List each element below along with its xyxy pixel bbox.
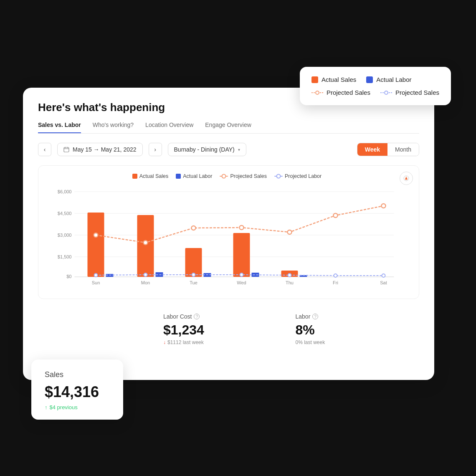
svg-point-1 [316, 91, 319, 94]
legend-card: Actual Sales Actual Labor Projected Sale… [300, 67, 451, 105]
legend-projected-sales-orange: Projected Sales [311, 89, 370, 96]
week-button[interactable]: Week [357, 143, 387, 156]
labor-cost-sub: ↓ $1112 last week [163, 339, 279, 345]
download-button[interactable] [400, 172, 413, 185]
bar-sun-actual-sales [88, 213, 104, 277]
stats-row: Labor Cost ? $1,234 ↓ $1112 last week La… [38, 307, 419, 351]
chart-actual-sales-label: Actual Sales [139, 173, 168, 179]
svg-text:Fri: Fri [333, 280, 338, 285]
chevron-down-icon: ▾ [238, 147, 240, 152]
tab-engage-overview[interactable]: Engage Overview [205, 122, 251, 133]
dot-sat-projected [382, 204, 386, 208]
bar-wed-actual-sales [233, 233, 250, 277]
dot-mon-projected [144, 241, 148, 245]
period-toggle: Week Month [357, 143, 419, 156]
legend-row-1: Actual Sales Actual Labor [311, 76, 439, 83]
labor-sub: 0% last week [296, 339, 411, 345]
svg-text:$3,000: $3,000 [58, 233, 72, 238]
labor-label: Labor ? [296, 313, 411, 320]
dot-mon-labor [144, 273, 147, 276]
dot-tue-projected [192, 226, 196, 230]
svg-text:Thu: Thu [286, 280, 294, 285]
actual-labor-label: Actual Labor [376, 76, 411, 83]
projected-labor-label: Projected Sales [395, 89, 439, 96]
calendar-icon [63, 147, 69, 152]
chart-projected-sales-icon [220, 176, 228, 177]
svg-text:$4,500: $4,500 [58, 211, 72, 216]
controls-row: ‹ May 15 → May 21, 2022 › Burnaby - Dini… [38, 143, 419, 156]
labor-cost-arrow-icon: ↓ [163, 339, 166, 345]
svg-text:Sun: Sun [92, 280, 100, 285]
tab-location-overview[interactable]: Location Overview [145, 122, 193, 133]
sales-card-title: Sales [45, 370, 110, 379]
next-date-button[interactable]: › [149, 143, 162, 156]
tab-sales-vs-labor[interactable]: Sales vs. Labor [38, 122, 81, 133]
dot-fri-labor [334, 274, 337, 277]
svg-text:$0: $0 [66, 274, 71, 279]
actual-sales-label: Actual Sales [322, 76, 356, 83]
svg-text:Sat: Sat [380, 280, 387, 285]
prev-date-button[interactable]: ‹ [38, 143, 51, 156]
svg-text:$1,500: $1,500 [58, 254, 72, 259]
location-dropdown[interactable]: Burnaby - Dining (DAY) ▾ [168, 143, 246, 156]
chart-legend-actual-sales: Actual Sales [132, 173, 168, 179]
dot-wed-projected [240, 225, 244, 230]
chart-projected-labor-icon [274, 176, 283, 177]
projected-sales-label: Projected Sales [327, 89, 370, 96]
sales-card-sub: ↑ $4 previous [45, 404, 110, 410]
chart-projected-sales-label: Projected Sales [230, 173, 267, 179]
chart-area: Actual Sales Actual Labor Projected Sale… [38, 165, 419, 299]
actual-sales-icon [311, 76, 318, 83]
svg-point-3 [385, 91, 388, 94]
sales-sub-text: $4 previous [50, 404, 78, 410]
labor-value: 8% [296, 322, 411, 338]
labor-sub-text: 0% last week [296, 339, 325, 345]
bar-tue-actual-sales [185, 248, 202, 277]
chart-svg-wrapper: $6,000 $4,500 $3,000 $1,500 $0 [43, 184, 411, 294]
dot-sat-labor [382, 274, 385, 277]
chart-legend-projected-sales: Projected Sales [220, 173, 267, 179]
download-icon [403, 175, 409, 181]
date-range-value: May 15 → May 21, 2022 [73, 146, 137, 153]
bar-mon-actual-sales [137, 215, 154, 277]
stat-labor: Labor ? 8% 0% last week [287, 307, 420, 351]
legend-row-2: Projected Sales Projected Sales [311, 89, 439, 96]
labor-cost-info-icon[interactable]: ? [194, 314, 200, 319]
svg-text:$6,000: $6,000 [58, 189, 72, 194]
dot-wed-labor [240, 273, 243, 276]
labor-info-icon[interactable]: ? [312, 314, 318, 319]
projected-sales-icon [311, 90, 323, 96]
chart-legend: Actual Sales Actual Labor Projected Sale… [43, 173, 411, 179]
sales-arrow-icon: ↑ [45, 404, 48, 410]
tabs-bar: Sales vs. Labor Who's working? Location … [38, 122, 419, 134]
projected-labor-icon [380, 90, 392, 96]
dot-thu-projected [288, 230, 292, 234]
main-card: Here's what's happening Sales vs. Labor … [23, 88, 434, 380]
dot-sun-projected [94, 233, 98, 237]
dot-fri-projected [334, 213, 338, 218]
labor-cost-label: Labor Cost ? [163, 313, 279, 320]
chart-actual-labor-label: Actual Labor [183, 173, 212, 179]
svg-text:Mon: Mon [141, 280, 150, 285]
month-button[interactable]: Month [387, 143, 419, 156]
svg-text:Wed: Wed [237, 280, 246, 285]
dot-sun-labor [94, 273, 98, 277]
sales-card-value: $14,316 [45, 383, 110, 401]
legend-projected-sales-blue: Projected Sales [380, 89, 439, 96]
sales-card: Sales $14,316 ↑ $4 previous [31, 360, 123, 420]
legend-actual-labor: Actual Labor [366, 76, 411, 83]
dot-tue-labor [192, 273, 195, 276]
actual-labor-icon [366, 76, 373, 83]
date-range-picker[interactable]: May 15 → May 21, 2022 [57, 143, 143, 156]
labor-cost-sub-text: $1112 last week [167, 339, 204, 345]
legend-actual-sales: Actual Sales [311, 76, 356, 83]
tab-whos-working[interactable]: Who's working? [93, 122, 134, 133]
location-value: Burnaby - Dining (DAY) [174, 146, 235, 153]
stat-labor-cost: Labor Cost ? $1,234 ↓ $1112 last week [155, 307, 287, 351]
dot-thu-labor [288, 273, 291, 277]
chart-legend-actual-labor: Actual Labor [176, 173, 212, 179]
chart-actual-sales-icon [132, 174, 137, 179]
labor-cost-value: $1,234 [163, 322, 279, 338]
svg-text:Tue: Tue [190, 280, 197, 285]
chart-actual-labor-icon [176, 174, 181, 179]
